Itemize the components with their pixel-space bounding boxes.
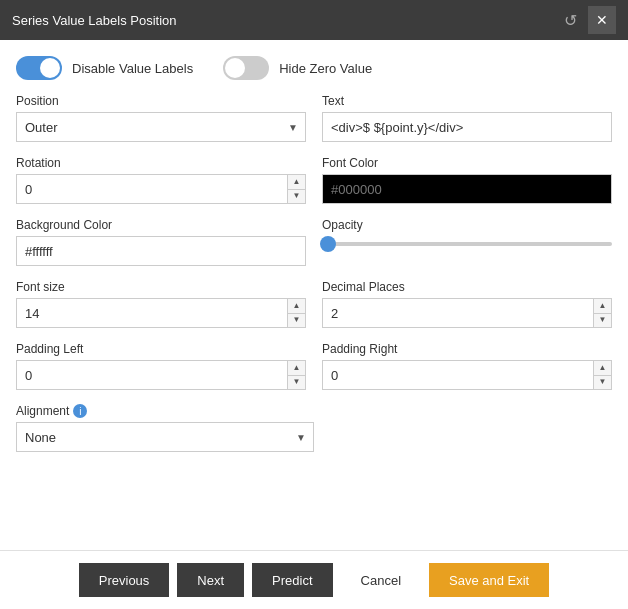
previous-button[interactable]: Previous — [79, 563, 170, 597]
position-select[interactable]: Outer — [16, 112, 306, 142]
position-select-wrapper: Outer ▼ — [16, 112, 306, 142]
hide-zero-value-group: Hide Zero Value — [223, 56, 372, 80]
text-group: Text — [322, 94, 612, 142]
padding-right-group: Padding Right ▲ ▼ — [322, 342, 612, 390]
alignment-label-row: Alignment i — [16, 404, 314, 418]
background-color-label: Background Color — [16, 218, 306, 232]
alignment-select-wrapper: None Left Center Right ▼ — [16, 422, 314, 452]
padding-left-decrement[interactable]: ▼ — [288, 376, 305, 390]
font-size-group: Font size ▲ ▼ — [16, 280, 306, 328]
refresh-icon[interactable]: ↺ — [558, 8, 582, 32]
font-size-spinner-buttons: ▲ ▼ — [287, 299, 305, 327]
position-group: Position Outer ▼ — [16, 94, 306, 142]
window: Series Value Labels Position ↺ ✕ Disable… — [0, 0, 628, 609]
decimal-places-increment[interactable]: ▲ — [594, 299, 611, 314]
padding-left-label: Padding Left — [16, 342, 306, 356]
save-exit-button[interactable]: Save and Exit — [429, 563, 549, 597]
toggle-knob — [40, 58, 60, 78]
toggle-knob — [225, 58, 245, 78]
font-size-input[interactable] — [17, 299, 287, 327]
decimal-places-input[interactable] — [323, 299, 593, 327]
background-color-input[interactable] — [16, 236, 306, 266]
padding-right-input[interactable] — [323, 361, 593, 389]
window-title: Series Value Labels Position — [12, 13, 177, 28]
rotation-label: Rotation — [16, 156, 306, 170]
predict-button[interactable]: Predict — [252, 563, 332, 597]
decimal-places-spinner-buttons: ▲ ▼ — [593, 299, 611, 327]
text-input[interactable] — [322, 112, 612, 142]
close-button[interactable]: ✕ — [588, 6, 616, 34]
rotation-group: Rotation ▲ ▼ — [16, 156, 306, 204]
disable-value-labels-label: Disable Value Labels — [72, 61, 193, 76]
decimal-places-spinner: ▲ ▼ — [322, 298, 612, 328]
font-size-increment[interactable]: ▲ — [288, 299, 305, 314]
rotation-fontcolor-row: Rotation ▲ ▼ Font Color #000000 — [16, 156, 612, 204]
toggles-row: Disable Value Labels Hide Zero Value — [16, 56, 612, 80]
rotation-input[interactable] — [17, 175, 287, 203]
alignment-select[interactable]: None Left Center Right — [16, 422, 314, 452]
hide-zero-value-label: Hide Zero Value — [279, 61, 372, 76]
decimal-places-label: Decimal Places — [322, 280, 612, 294]
rotation-decrement[interactable]: ▼ — [288, 190, 305, 204]
position-text-row: Position Outer ▼ Text — [16, 94, 612, 142]
hide-zero-value-toggle[interactable] — [223, 56, 269, 80]
opacity-slider-track — [322, 242, 612, 246]
background-color-group: Background Color — [16, 218, 306, 266]
padding-left-spinner: ▲ ▼ — [16, 360, 306, 390]
opacity-group: Opacity — [322, 218, 612, 266]
opacity-label: Opacity — [322, 218, 612, 232]
font-color-group: Font Color #000000 — [322, 156, 612, 204]
next-button[interactable]: Next — [177, 563, 244, 597]
alignment-label: Alignment — [16, 404, 69, 418]
rotation-increment[interactable]: ▲ — [288, 175, 305, 190]
font-size-label: Font size — [16, 280, 306, 294]
font-color-value: #000000 — [331, 182, 382, 197]
rotation-spinner-buttons: ▲ ▼ — [287, 175, 305, 203]
text-label: Text — [322, 94, 612, 108]
disable-value-labels-group: Disable Value Labels — [16, 56, 193, 80]
content-area: Disable Value Labels Hide Zero Value Pos… — [0, 40, 628, 550]
padding-right-spinner: ▲ ▼ — [322, 360, 612, 390]
padding-left-increment[interactable]: ▲ — [288, 361, 305, 376]
rotation-spinner: ▲ ▼ — [16, 174, 306, 204]
opacity-slider-thumb[interactable] — [320, 236, 336, 252]
font-size-spinner: ▲ ▼ — [16, 298, 306, 328]
bgcolor-opacity-row: Background Color Opacity — [16, 218, 612, 266]
padding-right-label: Padding Right — [322, 342, 612, 356]
padding-row: Padding Left ▲ ▼ Padding Right ▲ ▼ — [16, 342, 612, 390]
fontsize-decimal-row: Font size ▲ ▼ Decimal Places ▲ ▼ — [16, 280, 612, 328]
decimal-places-group: Decimal Places ▲ ▼ — [322, 280, 612, 328]
font-color-picker[interactable]: #000000 — [322, 174, 612, 204]
disable-value-labels-toggle[interactable] — [16, 56, 62, 80]
title-bar-actions: ↺ ✕ — [558, 6, 616, 34]
padding-right-decrement[interactable]: ▼ — [594, 376, 611, 390]
position-label: Position — [16, 94, 306, 108]
footer: Previous Next Predict Cancel Save and Ex… — [0, 550, 628, 609]
font-size-decrement[interactable]: ▼ — [288, 314, 305, 328]
padding-left-spinner-buttons: ▲ ▼ — [287, 361, 305, 389]
padding-right-increment[interactable]: ▲ — [594, 361, 611, 376]
title-bar: Series Value Labels Position ↺ ✕ — [0, 0, 628, 40]
opacity-slider-container — [322, 236, 612, 252]
padding-left-group: Padding Left ▲ ▼ — [16, 342, 306, 390]
decimal-places-decrement[interactable]: ▼ — [594, 314, 611, 328]
padding-right-spinner-buttons: ▲ ▼ — [593, 361, 611, 389]
alignment-group: Alignment i None Left Center Right ▼ — [16, 404, 314, 452]
font-color-label: Font Color — [322, 156, 612, 170]
alignment-info-icon[interactable]: i — [73, 404, 87, 418]
padding-left-input[interactable] — [17, 361, 287, 389]
cancel-button[interactable]: Cancel — [341, 563, 421, 597]
